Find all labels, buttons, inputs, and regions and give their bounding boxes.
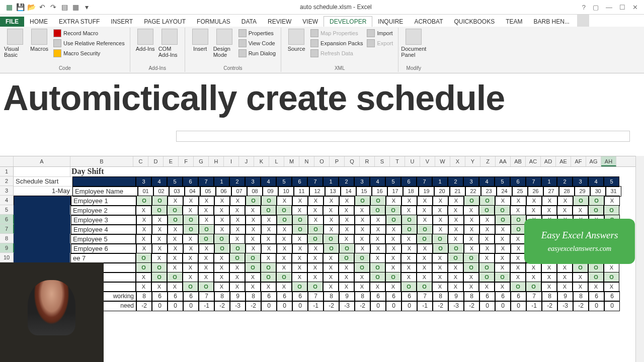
cell[interactable]: X	[199, 196, 214, 206]
cell[interactable]: 04	[185, 186, 200, 197]
cell[interactable]: X	[339, 282, 354, 292]
cell[interactable]: X	[136, 234, 151, 244]
cell[interactable]: 1-May	[14, 186, 72, 196]
cell[interactable]: 26	[528, 186, 543, 197]
cell[interactable]: X	[229, 272, 245, 283]
cell[interactable]: X	[417, 205, 432, 216]
cell[interactable]: 3	[136, 176, 151, 187]
cell[interactable]: 6	[292, 176, 307, 187]
cell[interactable]: X	[432, 262, 448, 273]
cell[interactable]: X	[464, 224, 479, 235]
cell[interactable]: 6	[152, 291, 168, 302]
cell[interactable]: X	[464, 243, 479, 254]
cell[interactable]: X	[495, 262, 510, 273]
cell[interactable]: 3	[573, 176, 588, 187]
cell[interactable]: O	[417, 224, 433, 235]
cell[interactable]: X	[557, 272, 573, 283]
col-header[interactable]: T	[390, 156, 405, 166]
cell[interactable]: Employee 6	[71, 243, 136, 254]
cell[interactable]: X	[432, 205, 448, 216]
cell[interactable]: X	[557, 282, 573, 292]
cell[interactable]: 28	[559, 186, 575, 197]
column-headers[interactable]: ABCDEFGHIJKLMNOPQRSTUVWXYZAAABACADAEAFAG…	[0, 156, 636, 167]
col-header[interactable]: I	[224, 156, 239, 166]
cell[interactable]: X	[245, 234, 261, 244]
cell[interactable]: 5	[604, 176, 619, 187]
cell[interactable]: O	[495, 205, 510, 216]
cell[interactable]: X	[136, 215, 152, 225]
cell[interactable]: X	[526, 196, 542, 206]
cell[interactable]: X	[448, 196, 464, 206]
cell[interactable]: X	[448, 282, 463, 292]
cell[interactable]: X	[136, 205, 151, 216]
cell[interactable]: O	[151, 272, 167, 283]
cell[interactable]: -1	[308, 301, 324, 311]
cell[interactable]: X	[292, 205, 307, 216]
cell[interactable]	[14, 167, 70, 177]
cell[interactable]: 0	[261, 301, 277, 311]
cell[interactable]: O	[463, 262, 479, 273]
cell[interactable]: -1	[417, 301, 433, 311]
cell[interactable]: X	[417, 272, 432, 283]
cell[interactable]: O	[401, 282, 417, 292]
source-button[interactable]: Source	[285, 29, 307, 52]
col-header[interactable]: E	[164, 156, 179, 166]
col-header[interactable]: AC	[526, 156, 541, 166]
cell[interactable]: X	[277, 196, 292, 206]
col-header[interactable]: S	[375, 156, 390, 166]
col-header[interactable]: AB	[511, 156, 526, 166]
cell[interactable]: 20	[434, 186, 450, 197]
account-icon[interactable]	[577, 15, 589, 27]
cell[interactable]: X	[261, 215, 277, 225]
design-mode-button[interactable]: Design Mode	[213, 29, 235, 58]
cell[interactable]: 10	[278, 186, 294, 197]
cell[interactable]: X	[354, 282, 370, 292]
cell[interactable]: X	[183, 243, 199, 254]
cell[interactable]: X	[463, 234, 479, 244]
cell[interactable]: X	[448, 224, 464, 235]
cell[interactable]: 0	[604, 301, 620, 311]
cell[interactable]: X	[230, 196, 246, 206]
cell[interactable]: X	[588, 282, 604, 292]
cell[interactable]: X	[323, 205, 339, 216]
cell[interactable]: O	[245, 262, 261, 273]
cell[interactable]: -3	[339, 301, 355, 311]
cell[interactable]: X	[199, 243, 214, 254]
cell[interactable]: X	[448, 205, 463, 216]
cell[interactable]: O	[370, 196, 386, 206]
cell[interactable]: 23	[481, 186, 497, 197]
cell[interactable]: X	[479, 243, 495, 254]
cell[interactable]	[14, 205, 70, 215]
cell[interactable]: O	[463, 253, 479, 263]
cell[interactable]: X	[355, 224, 370, 235]
visual-basic-button[interactable]: Visual Basic	[4, 29, 26, 58]
cell[interactable]	[14, 243, 71, 253]
cell[interactable]: 11	[294, 186, 309, 197]
cell[interactable]: O	[495, 215, 511, 225]
cell[interactable]: X	[292, 272, 307, 283]
col-header[interactable]: AA	[496, 156, 511, 166]
cell[interactable]: X	[541, 205, 557, 216]
cell[interactable]: X	[339, 272, 354, 283]
cell[interactable]: 8	[214, 291, 230, 302]
cell[interactable]: O	[151, 262, 167, 273]
document-panel-button[interactable]: Document Panel	[403, 29, 425, 58]
maximize-icon[interactable]: ☐	[619, 4, 625, 11]
qat-icon-3[interactable]: ▾	[83, 3, 91, 11]
cell[interactable]: 09	[263, 186, 278, 197]
cell[interactable]: 29	[575, 186, 590, 197]
cell[interactable]: X	[183, 234, 198, 244]
cell[interactable]: 2	[448, 176, 463, 187]
col-header[interactable]: C	[133, 156, 148, 166]
view-code-button[interactable]: View Code	[237, 39, 277, 48]
cell[interactable]: X	[557, 205, 573, 216]
cell[interactable]: 0	[386, 301, 401, 311]
cell[interactable]: X	[370, 282, 385, 292]
cell[interactable]: O	[199, 224, 214, 235]
cell[interactable]: X	[183, 272, 198, 283]
col-header[interactable]: N	[299, 156, 314, 166]
cell[interactable]: 4	[261, 176, 276, 187]
cell[interactable]: O	[323, 234, 339, 244]
cell[interactable]: X	[292, 234, 307, 244]
cell[interactable]: X	[261, 253, 276, 263]
